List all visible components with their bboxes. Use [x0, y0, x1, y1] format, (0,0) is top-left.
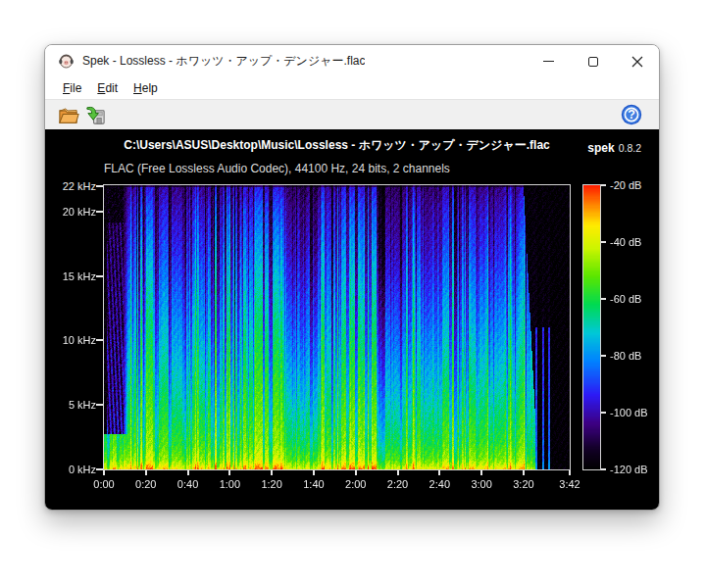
freq-tick-label: 22 kHz [45, 179, 96, 193]
db-tick-mark [601, 355, 606, 357]
time-tick-mark [228, 470, 230, 475]
db-tick-label: -20 dB [610, 178, 641, 192]
time-tick-mark [187, 470, 189, 475]
time-tick-label: 1:40 [293, 477, 334, 491]
time-tick-label: 2:40 [419, 477, 460, 491]
close-icon [631, 56, 643, 68]
time-tick-label: 2:00 [335, 477, 377, 491]
desktop-background: Spek - Lossless - ホワッツ・アップ・デンジャー.flac Fi… [0, 0, 706, 588]
title-bar[interactable]: Spek - Lossless - ホワッツ・アップ・デンジャー.flac [45, 45, 659, 77]
time-tick-label: 3:20 [503, 477, 544, 491]
menu-edit[interactable]: Edit [89, 79, 126, 97]
db-tick-label: -100 dB [610, 406, 648, 419]
db-tick-mark [601, 468, 606, 470]
menu-help[interactable]: Help [126, 79, 166, 97]
save-button[interactable] [81, 102, 109, 128]
time-tick-mark [397, 470, 399, 475]
spectrogram-canvas [104, 185, 570, 469]
time-tick-label: 0:40 [168, 477, 209, 491]
spek-window: Spek - Lossless - ホワッツ・アップ・デンジャー.flac Fi… [44, 44, 660, 511]
time-tick-mark [480, 470, 482, 475]
db-tick-mark [601, 412, 606, 414]
maximize-button[interactable] [571, 45, 615, 77]
freq-tick-mark [96, 185, 103, 187]
freq-tick-mark [96, 339, 103, 341]
freq-tick-label: 10 kHz [45, 333, 96, 347]
db-tick-mark [601, 184, 606, 186]
freq-tick-label: 0 kHz [45, 463, 96, 476]
open-file-button[interactable] [54, 102, 81, 128]
time-tick-label: 1:00 [209, 477, 250, 491]
time-tick-mark [145, 470, 147, 475]
toolbar: ? [45, 99, 659, 129]
time-tick-label: 0:00 [83, 477, 125, 491]
db-tick-label: -60 dB [610, 292, 641, 306]
color-scale-bar [582, 184, 601, 470]
file-path-title: C:\Users\ASUS\Desktop\Music\Lossless - ホ… [103, 137, 571, 154]
app-name-label: spek [587, 141, 614, 155]
color-scale-canvas [583, 185, 600, 469]
minimize-icon [543, 61, 554, 62]
window-controls [527, 45, 659, 77]
maximize-icon [588, 57, 598, 67]
time-tick-label: 3:00 [461, 477, 502, 491]
time-tick-mark [103, 470, 105, 475]
app-version-number: 0.8.2 [619, 142, 641, 154]
spectrogram-panel: C:\Users\ASUS\Desktop\Music\Lossless - ホ… [45, 129, 659, 510]
minimize-button[interactable] [527, 45, 571, 77]
close-button[interactable] [615, 45, 659, 77]
freq-tick-label: 5 kHz [45, 398, 96, 412]
time-tick-label: 0:20 [126, 477, 167, 491]
db-tick-label: -80 dB [610, 349, 641, 363]
freq-tick-mark [96, 468, 103, 470]
freq-tick-label: 20 kHz [45, 205, 96, 219]
freq-tick-mark [96, 211, 103, 213]
time-tick-mark [523, 470, 525, 475]
help-icon: ? [620, 103, 643, 126]
time-tick-label: 1:20 [251, 477, 292, 491]
app-version: spek0.8.2 [587, 138, 641, 156]
format-info: FLAC (Free Lossless Audio Codec), 44100 … [104, 162, 450, 175]
time-tick-mark [438, 470, 440, 475]
time-tick-mark [355, 470, 357, 475]
freq-tick-mark [96, 404, 103, 406]
time-tick-mark [569, 470, 571, 475]
help-glyph: ? [628, 108, 635, 122]
db-tick-mark [601, 241, 606, 243]
save-icon [84, 104, 107, 126]
time-tick-label: 2:20 [378, 477, 419, 491]
time-tick-mark [313, 470, 315, 475]
db-tick-mark [601, 298, 606, 300]
menu-bar: File Edit Help [45, 77, 659, 99]
spek-app-icon [58, 53, 75, 70]
spectrogram-plot [103, 184, 571, 470]
freq-tick-mark [96, 275, 103, 277]
menu-file[interactable]: File [55, 79, 89, 97]
time-tick-label: 3:42 [549, 477, 590, 491]
window-title: Spek - Lossless - ホワッツ・アップ・デンジャー.flac [82, 53, 365, 70]
open-folder-icon [57, 104, 79, 126]
freq-tick-label: 15 kHz [45, 270, 96, 283]
db-tick-label: -120 dB [610, 463, 648, 476]
db-tick-label: -40 dB [610, 235, 641, 249]
help-button[interactable]: ? [618, 102, 645, 128]
time-tick-mark [271, 470, 273, 475]
